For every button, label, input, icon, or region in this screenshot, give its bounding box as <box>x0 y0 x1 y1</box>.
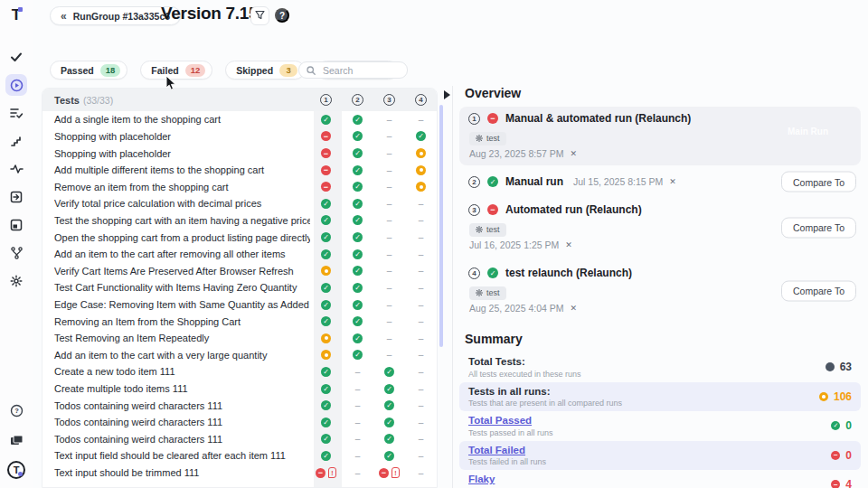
filter-button[interactable] <box>250 6 269 25</box>
overview-heading: Overview <box>465 86 861 100</box>
comment-flag-icon[interactable]: ! <box>328 467 336 478</box>
test-name: Todos containing weird characters 111 <box>54 417 310 427</box>
summary-metric-value: 106 <box>819 390 852 403</box>
table-row[interactable]: Add an item to the cart after removing a… <box>42 246 437 263</box>
sidebar-item-test-list[interactable] <box>5 102 27 124</box>
table-row[interactable]: Verify total price calculation with deci… <box>42 195 437 212</box>
compare-to-button[interactable]: Compare To <box>781 172 856 192</box>
remove-run-icon[interactable]: ✕ <box>571 149 578 158</box>
run-item[interactable]: 3 Automated run (Relaunch) test Jul 16, … <box>459 198 861 257</box>
status-icon <box>321 266 331 276</box>
sidebar-item-settings[interactable] <box>5 270 27 292</box>
status-icon <box>416 333 426 343</box>
run-column-header[interactable]: 2 <box>342 94 373 106</box>
table-row[interactable]: Add a single item to the shopping cart <box>42 111 437 128</box>
table-row[interactable]: Add an item to the cart with a very larg… <box>42 347 437 364</box>
summary-metric-title[interactable]: Total Failed <box>468 445 831 455</box>
table-row[interactable]: Text input should be trimmed 111 ! ! <box>42 465 437 482</box>
comment-flag-icon[interactable]: ! <box>392 467 400 478</box>
summary-count: 4 <box>845 478 852 488</box>
table-row[interactable]: Test Removing an Item Repeatedly <box>42 330 437 347</box>
sidebar-item-checks[interactable] <box>5 46 27 68</box>
summary-metric-title[interactable]: Flaky <box>468 474 831 484</box>
status-icon <box>321 199 331 209</box>
search-input[interactable] <box>321 64 400 77</box>
table-row[interactable]: Create multiple todo items 111 <box>42 380 437 398</box>
status-filter-pill[interactable]: Failed 12 <box>140 61 212 80</box>
table-row[interactable]: Edge Case: Removing Item with Same Quant… <box>42 296 437 314</box>
remove-run-icon[interactable]: ✕ <box>565 240 572 249</box>
summary-metric-title[interactable]: Tests in all runs: <box>468 386 819 397</box>
table-row[interactable]: Open the shopping cart from a product li… <box>42 229 437 246</box>
table-row[interactable]: Text input field should be cleared after… <box>42 447 437 465</box>
run-tag[interactable]: test <box>469 223 506 237</box>
run-number-icon: 4 <box>468 267 480 279</box>
status-icon <box>321 148 331 158</box>
status-icon <box>321 350 331 360</box>
table-row[interactable]: Test Cart Functionality with Items Havin… <box>42 279 437 296</box>
status-icon <box>384 367 394 377</box>
table-row[interactable]: Create a new todo item 111 <box>42 363 437 380</box>
summary-row: Total Tests: All tests executed in these… <box>459 352 861 382</box>
run-tag[interactable]: test <box>469 286 506 300</box>
sidebar-item-gallery[interactable] <box>5 214 27 236</box>
table-row[interactable]: Test the shopping cart with an item havi… <box>42 212 437 230</box>
summary-metric-title[interactable]: Total Tests: <box>468 356 826 367</box>
main-run-label: Main Run <box>788 127 828 136</box>
table-row[interactable]: Remove an item from the shopping cart <box>42 178 437 195</box>
sidebar-item-steps[interactable] <box>5 130 27 152</box>
status-filter-pill[interactable]: Skipped 3 <box>225 61 305 80</box>
status-icon <box>416 199 426 209</box>
summary-row: Flaky Unstable tests that passed or fail… <box>459 470 861 488</box>
compare-to-button[interactable]: Compare To <box>781 217 856 238</box>
run-item[interactable]: 2 Manual run Jul 15, 2025 8:15 PM ✕ Comp… <box>459 170 861 193</box>
run-date: Aug 23, 2025 8:57 PM <box>469 148 564 159</box>
run-column-headers: 1 2 3 4 <box>310 94 437 106</box>
table-row[interactable]: Shopping with placeholder <box>42 145 437 162</box>
status-icon <box>384 316 394 326</box>
status-icon <box>416 249 426 259</box>
help-button[interactable]: ? <box>275 8 289 23</box>
table-row[interactable]: Todos containing weird characters 111 <box>42 397 437 414</box>
run-tag[interactable]: test <box>469 132 506 145</box>
run-status-icon <box>487 113 498 124</box>
summary-heading: Summary <box>465 332 861 346</box>
test-name: Removing an Item from the Shopping Cart <box>54 316 310 327</box>
summary-status-icon <box>831 421 840 430</box>
search-box[interactable] <box>298 61 408 79</box>
collapse-panel-icon[interactable] <box>444 90 450 99</box>
panel-divider[interactable] <box>452 86 453 488</box>
table-row[interactable]: Shopping with placeholder <box>42 128 437 145</box>
sidebar-item-activity[interactable] <box>5 158 27 180</box>
table-row[interactable]: Todos containing weird characters 111 <box>42 431 437 448</box>
remove-run-icon[interactable]: ✕ <box>669 177 676 186</box>
summary-metric-title[interactable]: Total Passed <box>468 415 831 426</box>
table-scrollbar[interactable] <box>439 105 443 347</box>
sidebar-item-projects[interactable] <box>5 429 27 451</box>
run-item[interactable]: 4 test relaunch (Relaunch) test Aug 25, … <box>459 261 861 320</box>
run-number-icon: 2 <box>352 94 363 106</box>
profile-avatar[interactable]: T <box>5 459 27 481</box>
table-row[interactable]: Add multiple different items to the shop… <box>42 162 437 179</box>
run-item[interactable]: 1 Manual & automated run (Relaunch) test… <box>459 107 861 165</box>
run-column-header[interactable]: 1 <box>310 94 342 106</box>
run-date: Aug 25, 2025 4:04 PM <box>469 303 564 314</box>
sidebar-item-runs[interactable] <box>5 74 27 96</box>
sidebar-item-import[interactable] <box>5 186 27 208</box>
sidebar-item-branch[interactable] <box>5 242 27 264</box>
compare-to-button[interactable]: Compare To <box>781 280 856 301</box>
table-row[interactable]: Removing an Item from the Shopping Cart <box>42 313 437 330</box>
table-row[interactable]: Verify Cart Items Are Preserved After Br… <box>42 262 437 279</box>
test-name: Test Cart Functionality with Items Havin… <box>54 282 310 293</box>
run-date: Jul 15, 2025 8:15 PM <box>573 176 663 187</box>
app-logo-icon[interactable]: T <box>12 7 21 23</box>
run-title: test relaunch (Relaunch) <box>505 267 632 279</box>
status-icon <box>416 418 426 427</box>
status-icon <box>321 316 331 326</box>
status-filter-pill[interactable]: Passed 18 <box>50 61 127 80</box>
sidebar-item-help[interactable]: ? <box>5 399 27 421</box>
remove-run-icon[interactable]: ✕ <box>571 304 578 313</box>
run-column-header[interactable]: 4 <box>405 94 437 106</box>
run-column-header[interactable]: 3 <box>373 94 405 106</box>
table-row[interactable]: Todos containing weird characters 111 <box>42 414 437 431</box>
